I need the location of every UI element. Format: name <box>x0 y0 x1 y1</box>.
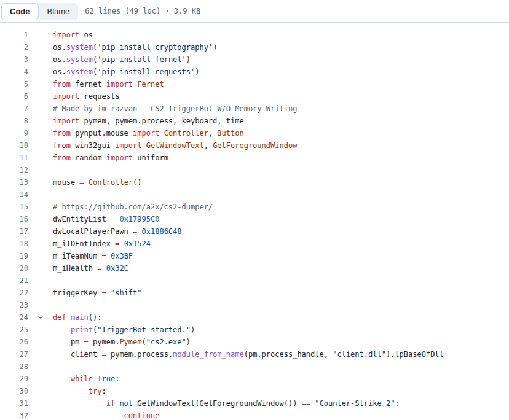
line-number[interactable]: 28 <box>0 360 28 373</box>
code-text: while True: <box>53 373 509 385</box>
fold-spacer <box>28 348 53 360</box>
code-text: os.system('pip install cryptography') <box>53 41 509 53</box>
code-line: 4os.system('pip install requests') <box>0 66 509 78</box>
code-line: 14 <box>0 189 509 201</box>
code-text <box>53 360 509 373</box>
line-number[interactable]: 20 <box>0 262 28 274</box>
fold-spacer <box>28 373 53 385</box>
fold-spacer <box>28 189 53 201</box>
code-line: 27 client = pymem.process.module_from_na… <box>0 348 509 360</box>
code-text <box>53 299 509 311</box>
fold-spacer <box>28 385 53 397</box>
code-line: 8import pymem, pymem.process, keyboard, … <box>0 115 509 127</box>
fold-spacer <box>28 115 53 127</box>
line-number[interactable]: 12 <box>0 164 28 176</box>
code-line: 1import os <box>0 29 509 41</box>
code-text: try: <box>53 385 509 397</box>
line-number[interactable]: 16 <box>0 213 28 225</box>
fold-spacer <box>28 152 53 164</box>
collapse-chevron-icon[interactable] <box>28 311 53 324</box>
code-text: m_iIDEntIndex = 0x1524 <box>53 238 509 250</box>
fold-spacer <box>28 250 53 262</box>
code-line: 2os.system('pip install cryptography') <box>0 41 509 53</box>
line-number[interactable]: 32 <box>0 410 28 420</box>
code-text: from fernet import Fernet <box>53 78 509 90</box>
code-line: 18m_iIDEntIndex = 0x1524 <box>0 238 509 250</box>
code-line: 5from fernet import Fernet <box>0 78 509 90</box>
code-line: 22triggerKey = "shift" <box>0 287 509 299</box>
fold-spacer <box>28 103 53 115</box>
fold-spacer <box>28 127 53 139</box>
fold-spacer <box>28 360 53 373</box>
code-line: 30 try: <box>0 385 509 397</box>
code-blame-switcher: Code Blame <box>1 3 78 20</box>
line-number[interactable]: 30 <box>0 385 28 397</box>
code-text: import pymem, pymem.process, keyboard, t… <box>53 115 509 127</box>
line-number[interactable]: 29 <box>0 373 28 385</box>
line-number[interactable]: 22 <box>0 287 28 299</box>
line-number[interactable]: 15 <box>0 201 28 213</box>
line-number[interactable]: 1 <box>0 29 28 41</box>
line-number[interactable]: 6 <box>0 90 28 103</box>
code-line: 17dwLocalPlayerPawn = 0x1886C48 <box>0 225 509 238</box>
line-number[interactable]: 2 <box>0 41 28 53</box>
line-number[interactable]: 31 <box>0 397 28 410</box>
code-text: # https://github.com/a2x/cs2-dumper/ <box>53 201 509 213</box>
fold-spacer <box>28 78 53 90</box>
line-number[interactable]: 23 <box>0 299 28 311</box>
fold-spacer <box>28 336 53 348</box>
fold-spacer <box>28 274 53 287</box>
fold-spacer <box>28 213 53 225</box>
fold-spacer <box>28 41 53 53</box>
code-line: 29 while True: <box>0 373 509 385</box>
line-number[interactable]: 10 <box>0 139 28 152</box>
code-text: os.system('pip install fernet') <box>53 53 509 66</box>
code-text: m_iTeamNum = 0x3BF <box>53 250 509 262</box>
line-number[interactable]: 14 <box>0 189 28 201</box>
fold-spacer <box>28 287 53 299</box>
line-number[interactable]: 5 <box>0 78 28 90</box>
code-line: 3os.system('pip install fernet') <box>0 53 509 66</box>
fold-spacer <box>28 90 53 103</box>
code-text: import os <box>53 29 509 41</box>
code-text: import requests <box>53 90 509 103</box>
line-number[interactable]: 25 <box>0 324 28 336</box>
line-number[interactable]: 3 <box>0 53 28 66</box>
line-number[interactable]: 19 <box>0 250 28 262</box>
line-number[interactable]: 11 <box>0 152 28 164</box>
line-number[interactable]: 26 <box>0 336 28 348</box>
line-number[interactable]: 27 <box>0 348 28 360</box>
tab-code[interactable]: Code <box>1 3 39 20</box>
line-number[interactable]: 4 <box>0 66 28 78</box>
code-line: 12 <box>0 164 509 176</box>
code-line: 16dwEntityList = 0x17995C0 <box>0 213 509 225</box>
code-text: pm = pymem.Pymem("cs2.exe") <box>53 336 509 348</box>
tab-blame[interactable]: Blame <box>39 3 79 20</box>
code-text: from pynput.mouse import Controller, But… <box>53 127 509 139</box>
line-number[interactable]: 8 <box>0 115 28 127</box>
line-number[interactable]: 24 <box>0 311 28 324</box>
line-number[interactable]: 7 <box>0 103 28 115</box>
fold-spacer <box>28 324 53 336</box>
line-number[interactable]: 18 <box>0 238 28 250</box>
code-line: 10from win32gui import GetWindowText, Ge… <box>0 139 509 152</box>
file-info: 62 lines (49 loc) · 3.9 KB <box>85 7 200 15</box>
code-text: from random import uniform <box>53 152 509 164</box>
code-content: 1import os2os.system('pip install crypto… <box>0 23 509 420</box>
code-text: print("TriggerBot started.") <box>53 324 509 336</box>
code-line: 13mouse = Controller() <box>0 176 509 189</box>
line-number[interactable]: 17 <box>0 225 28 238</box>
code-text <box>53 189 509 201</box>
line-number[interactable]: 21 <box>0 274 28 287</box>
line-number[interactable]: 13 <box>0 176 28 189</box>
code-line: 11from random import uniform <box>0 152 509 164</box>
code-text: def main(): <box>53 311 509 324</box>
code-text: # Made by im-razvan - CS2 TriggerBot W/O… <box>53 103 509 115</box>
code-line: 31 if not GetWindowText(GetForegroundWin… <box>0 397 509 410</box>
code-text: dwEntityList = 0x17995C0 <box>53 213 509 225</box>
fold-spacer <box>28 410 53 420</box>
line-number[interactable]: 9 <box>0 127 28 139</box>
fold-spacer <box>28 225 53 238</box>
fold-spacer <box>28 164 53 176</box>
code-line: 32 continue <box>0 410 509 420</box>
